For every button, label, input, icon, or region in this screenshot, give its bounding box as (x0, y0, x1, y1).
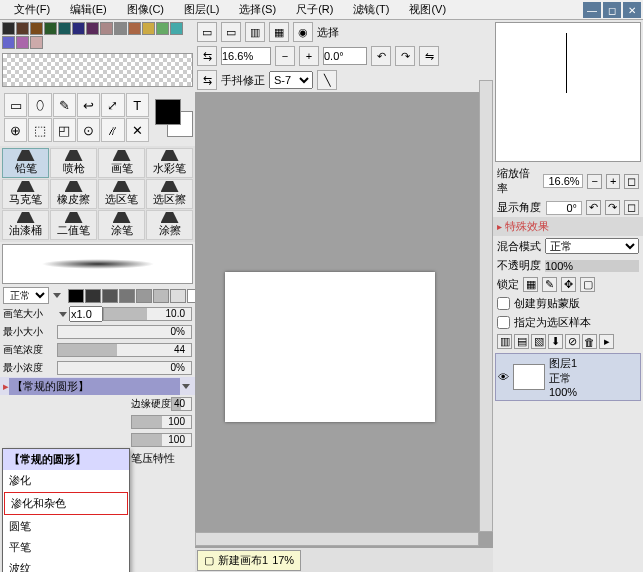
zoom-in-button[interactable]: + (299, 46, 319, 66)
zoom-in-button[interactable]: + (606, 174, 621, 189)
brush-shape-dropdown[interactable]: 【常规的圆形】渗化渗化和杂色圆笔平笔波纹 (2, 448, 130, 572)
density-slider[interactable]: 44 (57, 343, 192, 357)
selsample-checkbox[interactable] (497, 316, 510, 329)
canvas[interactable] (225, 272, 435, 422)
dropdown-item[interactable]: 渗化和杂色 (4, 492, 128, 515)
color-swatch[interactable] (114, 22, 127, 35)
tool-button[interactable]: ◰ (53, 118, 76, 142)
canvas-area[interactable] (195, 92, 493, 572)
menu-edit[interactable]: 编辑(E) (60, 2, 117, 17)
fx-header[interactable]: ▸ 特殊效果 (493, 217, 643, 236)
menu-layer[interactable]: 图层(L) (174, 2, 229, 17)
opacity-slider[interactable]: 100% (545, 260, 639, 272)
toolbar-btn[interactable]: ▭ (221, 22, 241, 42)
flip-button[interactable]: ⇋ (419, 46, 439, 66)
document-tab[interactable]: ▢ 新建画布1 17% (197, 550, 301, 571)
color-swatch[interactable] (16, 36, 29, 49)
min-size-slider[interactable]: 0% (57, 325, 192, 339)
stabilizer-icon[interactable]: ⇆ (197, 70, 217, 90)
tool-button[interactable]: ⬯ (28, 93, 51, 117)
tool-button[interactable]: ⊙ (77, 118, 100, 142)
lock-move-button[interactable]: ✥ (561, 277, 576, 292)
density-preset[interactable] (102, 289, 118, 303)
brush-shape-select[interactable]: 【常规的圆形】 (9, 378, 180, 395)
density-preset[interactable] (68, 289, 84, 303)
color-swatch[interactable] (100, 22, 113, 35)
menu-ruler[interactable]: 尺子(R) (286, 2, 343, 17)
rotate-ccw-button[interactable]: ↶ (586, 200, 601, 215)
edge-hardness-slider[interactable]: 40 (171, 397, 192, 411)
toolbar-btn[interactable]: ▭ (197, 22, 217, 42)
color-swatch[interactable] (128, 22, 141, 35)
tool-button[interactable]: ⤢ (101, 93, 124, 117)
color-swatch[interactable] (16, 22, 29, 35)
navigator[interactable] (495, 22, 641, 162)
color-swatch[interactable] (58, 22, 71, 35)
blend-mode-select[interactable]: 正常 (3, 287, 49, 304)
color-swatch[interactable] (72, 22, 85, 35)
layer-blend-select[interactable]: 正常 (545, 238, 639, 254)
brush-size-slider[interactable]: 10.0 (103, 307, 192, 321)
tool-button[interactable]: ▭ (4, 93, 27, 117)
scrollbar-vertical[interactable] (479, 80, 493, 532)
delete-layer-button[interactable]: 🗑 (582, 334, 597, 349)
scratchpad[interactable] (2, 53, 193, 87)
zoom-rate-value[interactable]: 16.6% (543, 174, 583, 188)
param-slider[interactable]: 100 (131, 433, 192, 447)
dropdown-item[interactable]: 渗化 (3, 470, 129, 491)
maximize-button[interactable]: ◻ (603, 2, 621, 18)
color-swatch[interactable] (142, 22, 155, 35)
dropdown-item[interactable]: 【常规的圆形】 (3, 449, 129, 470)
minimize-button[interactable]: — (583, 2, 601, 18)
density-preset[interactable] (153, 289, 169, 303)
color-swatch[interactable] (44, 22, 57, 35)
layer-row[interactable]: 👁 图层1 正常 100% (495, 353, 641, 401)
eye-icon[interactable]: 👁 (498, 371, 509, 383)
rotate-ccw-button[interactable]: ↶ (371, 46, 391, 66)
clipping-checkbox[interactable] (497, 297, 510, 310)
zoom-fit-icon[interactable]: ⇆ (197, 46, 217, 66)
menu-view[interactable]: 视图(V) (399, 2, 456, 17)
brush-button[interactable]: 画笔 (98, 148, 145, 178)
dropdown-item[interactable]: 圆笔 (3, 516, 129, 537)
density-preset[interactable] (170, 289, 186, 303)
close-button[interactable]: ✕ (623, 2, 641, 18)
merge-button[interactable]: ⬇ (548, 334, 563, 349)
tool-button[interactable]: ✕ (126, 118, 149, 142)
new-folder-button[interactable]: ▤ (514, 334, 529, 349)
color-swatch[interactable] (2, 22, 15, 35)
pressure-label[interactable]: 笔压特性 (131, 451, 175, 466)
color-swatch[interactable] (170, 22, 183, 35)
menu-image[interactable]: 图像(C) (117, 2, 174, 17)
clear-button[interactable]: ⊘ (565, 334, 580, 349)
tool-button[interactable]: ✎ (53, 93, 76, 117)
color-swatch[interactable] (86, 22, 99, 35)
layer-menu-button[interactable]: ▸ (599, 334, 614, 349)
new-layer-button[interactable]: ▥ (497, 334, 512, 349)
stabilizer-select[interactable]: S-7 (269, 71, 313, 89)
brush-button[interactable]: 马克笔 (2, 179, 49, 209)
zoom-reset-button[interactable]: ◻ (624, 174, 639, 189)
color-swatch[interactable] (156, 22, 169, 35)
color-fgbg[interactable] (155, 99, 193, 137)
zoom-out-button[interactable]: − (275, 46, 295, 66)
angle-input[interactable] (323, 47, 367, 65)
tool-button[interactable]: ⊕ (4, 118, 27, 142)
rotate-reset-button[interactable]: ◻ (624, 200, 639, 215)
brush-button[interactable]: 选区笔 (98, 179, 145, 209)
zoom-input[interactable] (221, 47, 271, 65)
brush-size-mult[interactable] (69, 306, 103, 322)
rotate-cw-button[interactable]: ↷ (395, 46, 415, 66)
density-preset[interactable] (136, 289, 152, 303)
lock-alpha-button[interactable]: ▢ (580, 277, 595, 292)
color-swatch[interactable] (2, 36, 15, 49)
brush-button[interactable]: 二值笔 (50, 210, 97, 240)
menu-select[interactable]: 选择(S) (229, 2, 286, 17)
dropdown-item[interactable]: 波纹 (3, 558, 129, 572)
tool-button[interactable]: ⬚ (28, 118, 51, 142)
brush-button[interactable]: 铅笔 (2, 148, 49, 178)
rotate-cw-button[interactable]: ↷ (605, 200, 620, 215)
brush-button[interactable]: 涂笔 (98, 210, 145, 240)
lock-pixel-button[interactable]: ✎ (542, 277, 557, 292)
tool-button[interactable]: ⫽ (101, 118, 124, 142)
